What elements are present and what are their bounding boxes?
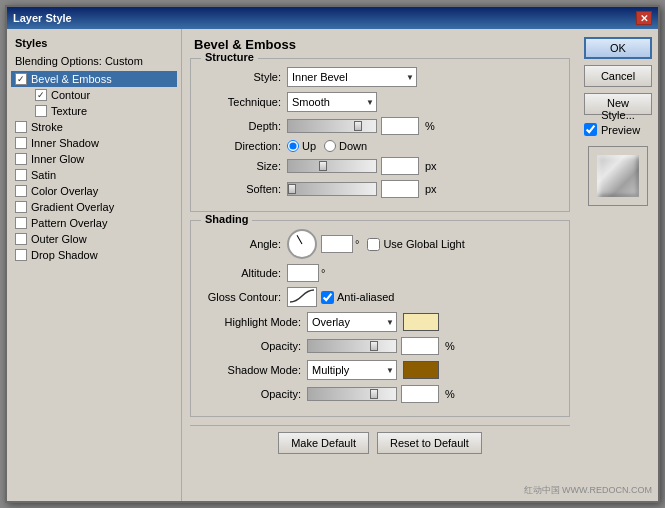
soften-input[interactable]: 0 bbox=[381, 180, 419, 198]
checkbox-contour[interactable] bbox=[35, 89, 47, 101]
sidebar-item-label-texture: Texture bbox=[51, 105, 87, 117]
bottom-bar: Make Default Reset to Default bbox=[190, 425, 570, 456]
shadow-opacity-slider[interactable] bbox=[307, 387, 397, 401]
checkbox-gradient-overlay[interactable] bbox=[15, 201, 27, 213]
main-section-title: Bevel & Emboss bbox=[190, 37, 570, 52]
angle-input[interactable]: 80 bbox=[321, 235, 353, 253]
technique-label: Technique: bbox=[201, 96, 281, 108]
new-style-button[interactable]: New Style... bbox=[584, 93, 652, 115]
global-light-checkbox[interactable] bbox=[367, 238, 380, 251]
altitude-input[interactable]: 50 bbox=[287, 264, 319, 282]
blending-options-item[interactable]: Blending Options: Custom bbox=[11, 53, 177, 69]
shading-section: Shading Angle: 80 ° Use Global Light bbox=[190, 220, 570, 417]
sidebar-item-inner-glow[interactable]: Inner Glow bbox=[11, 151, 177, 167]
altitude-row: Altitude: 50 ° bbox=[201, 264, 559, 282]
sidebar-item-gradient-overlay[interactable]: Gradient Overlay bbox=[11, 199, 177, 215]
preview-box bbox=[588, 146, 648, 206]
sidebar-item-label-stroke: Stroke bbox=[31, 121, 63, 133]
anti-aliased-checkbox[interactable] bbox=[321, 291, 334, 304]
shadow-opacity-thumb bbox=[370, 389, 378, 399]
shadow-mode-select[interactable]: Multiply bbox=[307, 360, 397, 380]
checkbox-inner-glow[interactable] bbox=[15, 153, 27, 165]
angle-row: Angle: 80 ° Use Global Light bbox=[201, 229, 559, 259]
shadow-opacity-row: Opacity: 75 % bbox=[201, 385, 559, 403]
size-input[interactable]: 40 bbox=[381, 157, 419, 175]
soften-slider[interactable] bbox=[287, 182, 377, 196]
direction-radio-group: Up Down bbox=[287, 140, 367, 152]
sidebar-item-label-inner-shadow: Inner Shadow bbox=[31, 137, 99, 149]
depth-row: Depth: 300 % bbox=[201, 117, 559, 135]
depth-label: Depth: bbox=[201, 120, 281, 132]
preview-checkbox[interactable] bbox=[584, 123, 597, 136]
highlight-opacity-input[interactable]: 75 bbox=[401, 337, 439, 355]
checkbox-stroke[interactable] bbox=[15, 121, 27, 133]
checkbox-pattern-overlay[interactable] bbox=[15, 217, 27, 229]
checkbox-color-overlay[interactable] bbox=[15, 185, 27, 197]
checkbox-drop-shadow[interactable] bbox=[15, 249, 27, 261]
highlight-color-swatch[interactable] bbox=[403, 313, 439, 331]
size-row: Size: 40 px bbox=[201, 157, 559, 175]
sidebar-item-inner-shadow[interactable]: Inner Shadow bbox=[11, 135, 177, 151]
anti-aliased-label[interactable]: Anti-aliased bbox=[321, 291, 394, 304]
structure-label: Structure bbox=[201, 51, 258, 63]
cancel-button[interactable]: Cancel bbox=[584, 65, 652, 87]
highlight-opacity-label: Opacity: bbox=[201, 340, 301, 352]
checkbox-inner-shadow[interactable] bbox=[15, 137, 27, 149]
highlight-opacity-slider[interactable] bbox=[307, 339, 397, 353]
altitude-label: Altitude: bbox=[201, 267, 281, 279]
sidebar-item-label-color-overlay: Color Overlay bbox=[31, 185, 98, 197]
preview-inner bbox=[597, 155, 639, 197]
direction-down-text: Down bbox=[339, 140, 367, 152]
close-button[interactable]: ✕ bbox=[636, 11, 652, 25]
depth-unit: % bbox=[425, 120, 435, 132]
shadow-opacity-input[interactable]: 75 bbox=[401, 385, 439, 403]
size-unit: px bbox=[425, 160, 437, 172]
angle-dial[interactable] bbox=[287, 229, 317, 259]
sidebar-item-contour[interactable]: Contour bbox=[11, 87, 177, 103]
layer-style-dialog: Layer Style ✕ Styles Blending Options: C… bbox=[5, 5, 660, 503]
sidebar-item-bevel-emboss[interactable]: Bevel & Emboss bbox=[11, 71, 177, 87]
sidebar-item-color-overlay[interactable]: Color Overlay bbox=[11, 183, 177, 199]
depth-slider-container: 300 % bbox=[287, 117, 435, 135]
depth-slider[interactable] bbox=[287, 119, 377, 133]
checkbox-satin[interactable] bbox=[15, 169, 27, 181]
reset-to-default-button[interactable]: Reset to Default bbox=[377, 432, 482, 454]
sidebar-item-texture[interactable]: Texture bbox=[11, 103, 177, 119]
sidebar-item-satin[interactable]: Satin bbox=[11, 167, 177, 183]
direction-down-radio[interactable] bbox=[324, 140, 336, 152]
contour-preview[interactable] bbox=[287, 287, 317, 307]
style-select-wrapper: Inner Bevel bbox=[287, 67, 417, 87]
angle-degree: ° bbox=[355, 238, 359, 250]
highlight-mode-label: Highlight Mode: bbox=[201, 316, 301, 328]
side-buttons-panel: OK Cancel New Style... Preview bbox=[578, 29, 658, 501]
make-default-button[interactable]: Make Default bbox=[278, 432, 369, 454]
soften-unit: px bbox=[425, 183, 437, 195]
checkbox-outer-glow[interactable] bbox=[15, 233, 27, 245]
shadow-color-swatch[interactable] bbox=[403, 361, 439, 379]
ok-button[interactable]: OK bbox=[584, 37, 652, 59]
global-light-label[interactable]: Use Global Light bbox=[367, 238, 464, 251]
sidebar-item-label-inner-glow: Inner Glow bbox=[31, 153, 84, 165]
sidebar-item-outer-glow[interactable]: Outer Glow bbox=[11, 231, 177, 247]
sidebar-item-label-contour: Contour bbox=[51, 89, 90, 101]
sidebar-item-drop-shadow[interactable]: Drop Shadow bbox=[11, 247, 177, 263]
sidebar-item-stroke[interactable]: Stroke bbox=[11, 119, 177, 135]
size-slider[interactable] bbox=[287, 159, 377, 173]
watermark: 红动中国 WWW.REDOCN.COM bbox=[524, 484, 653, 497]
highlight-mode-select[interactable]: Overlay bbox=[307, 312, 397, 332]
highlight-opacity-thumb bbox=[370, 341, 378, 351]
depth-input[interactable]: 300 bbox=[381, 117, 419, 135]
direction-up-radio[interactable] bbox=[287, 140, 299, 152]
sidebar-item-pattern-overlay[interactable]: Pattern Overlay bbox=[11, 215, 177, 231]
dialog-body: Styles Blending Options: Custom Bevel & … bbox=[7, 29, 658, 501]
shadow-mode-wrapper: Multiply bbox=[307, 360, 397, 380]
direction-down-label[interactable]: Down bbox=[324, 140, 367, 152]
checkbox-texture[interactable] bbox=[35, 105, 47, 117]
technique-select[interactable]: Smooth bbox=[287, 92, 377, 112]
highlight-opacity-unit: % bbox=[445, 340, 455, 352]
style-select[interactable]: Inner Bevel bbox=[287, 67, 417, 87]
direction-up-label[interactable]: Up bbox=[287, 140, 316, 152]
checkbox-bevel-emboss[interactable] bbox=[15, 73, 27, 85]
highlight-mode-wrapper: Overlay bbox=[307, 312, 397, 332]
dial-indicator bbox=[297, 235, 303, 244]
